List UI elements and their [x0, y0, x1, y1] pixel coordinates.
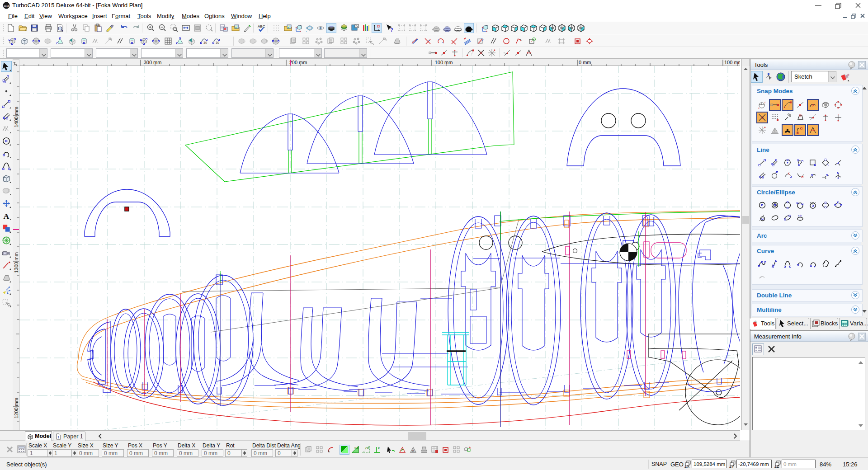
svg-text:±X: ±X	[684, 464, 689, 468]
svg-text:A: A	[412, 449, 415, 453]
svg-text:±Y: ±Y	[729, 464, 734, 468]
svg-text:30: 30	[216, 41, 219, 44]
svg-text:±Z: ±Z	[774, 464, 779, 468]
svg-text:-300 mm: -300 mm	[142, 60, 161, 65]
svg-text:30: 30	[203, 41, 207, 44]
svg-text:100 mm: 100 mm	[724, 60, 740, 65]
svg-text:P: P	[378, 447, 380, 450]
svg-text:A: A	[3, 212, 9, 221]
svg-text:WP: WP	[354, 447, 359, 450]
svg-text:ABC: ABC	[258, 24, 265, 28]
svg-text:0 mm: 0 mm	[579, 60, 591, 65]
svg-text:?: ?	[390, 27, 393, 33]
svg-text:x: x	[758, 107, 760, 109]
svg-text:-100 mm: -100 mm	[433, 60, 453, 65]
svg-text:Y: Y	[764, 101, 766, 104]
svg-text:a:b: a:b	[798, 214, 802, 217]
svg-text:2015: 2015	[4, 5, 9, 7]
svg-text:1: 1	[57, 435, 60, 439]
svg-text:CP: CP	[365, 447, 369, 450]
svg-text::: :	[783, 324, 784, 328]
